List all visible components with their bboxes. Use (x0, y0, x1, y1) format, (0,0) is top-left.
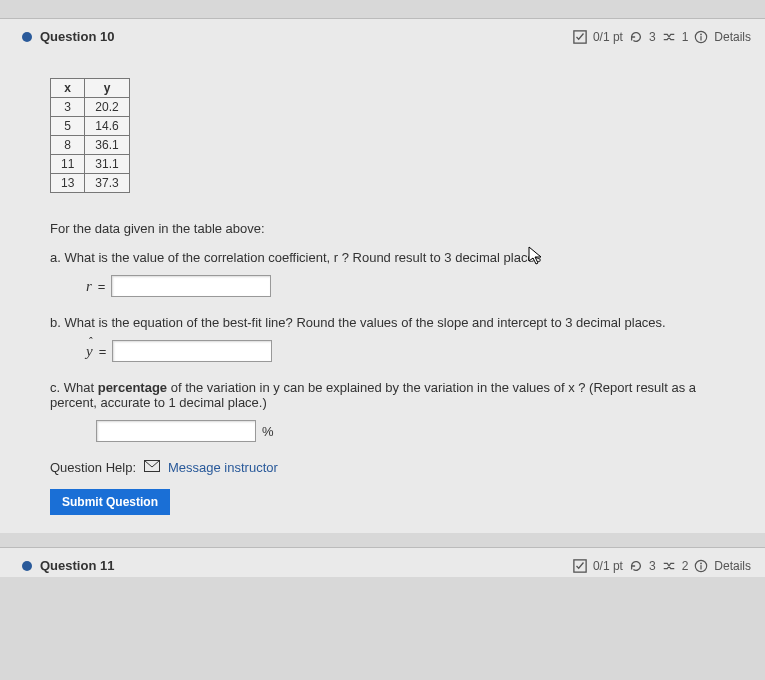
table-row: 1337.3 (51, 174, 130, 193)
question-title-group: Question 11 (22, 558, 114, 573)
svg-rect-3 (701, 36, 702, 40)
question-title: Question 10 (40, 29, 114, 44)
question-11-block: Question 11 0/1 pt 3 2 Details (0, 547, 765, 577)
submit-button[interactable]: Submit Question (50, 489, 170, 515)
part-a-text: a. What is the value of the correlation … (50, 250, 541, 265)
part-c-text: c. What percentage of the variation in y… (50, 380, 696, 410)
part-b: b. What is the equation of the best-fit … (50, 315, 725, 362)
shuffle-icon (662, 30, 676, 44)
part-c-answer-row: % (96, 420, 725, 442)
help-label: Question Help: (50, 460, 136, 475)
info-icon (694, 30, 708, 44)
checkbox-icon (573, 30, 587, 44)
percent-input[interactable] (96, 420, 256, 442)
retry-icon (629, 559, 643, 573)
retry-count: 3 (649, 30, 656, 44)
question-title-group: Question 10 (22, 29, 114, 44)
question-11-header: Question 11 0/1 pt 3 2 Details (0, 548, 765, 577)
yhat-input[interactable] (112, 340, 272, 362)
retry-count: 3 (649, 559, 656, 573)
question-meta: 0/1 pt 3 1 Details (573, 30, 751, 44)
mail-icon (144, 460, 160, 475)
question-10-header: Question 10 0/1 pt 3 1 Details (0, 19, 765, 48)
part-b-text: b. What is the equation of the best-fit … (50, 315, 666, 330)
intro-text: For the data given in the table above: (50, 221, 725, 236)
help-row: Question Help: Message instructor (50, 460, 725, 475)
part-a: a. What is the value of the correlation … (50, 250, 725, 297)
bullet-icon (22, 32, 32, 42)
svg-point-2 (700, 33, 702, 35)
message-instructor-link[interactable]: Message instructor (168, 460, 278, 475)
bullet-icon (22, 561, 32, 571)
table-row: 514.6 (51, 117, 130, 136)
equals-sign: = (99, 344, 107, 359)
equals-sign: = (98, 279, 106, 294)
checkbox-icon (573, 559, 587, 573)
part-a-answer-row: r = (86, 275, 725, 297)
r-label: r (86, 278, 92, 295)
table-header-row: x y (51, 79, 130, 98)
table-row: 320.2 (51, 98, 130, 117)
cursor-icon (528, 246, 544, 269)
retry-icon (629, 30, 643, 44)
svg-rect-8 (701, 565, 702, 569)
info-icon (694, 559, 708, 573)
points-text: 0/1 pt (593, 30, 623, 44)
col-y-header: y (85, 79, 129, 98)
details-link[interactable]: Details (714, 559, 751, 573)
table-row: 1131.1 (51, 155, 130, 174)
percent-sign: % (262, 424, 274, 439)
points-text: 0/1 pt (593, 559, 623, 573)
r-input[interactable] (111, 275, 271, 297)
details-link[interactable]: Details (714, 30, 751, 44)
part-b-answer-row: y = (86, 340, 725, 362)
table-row: 836.1 (51, 136, 130, 155)
shuffle-icon (662, 559, 676, 573)
attempts-count: 1 (682, 30, 689, 44)
attempts-count: 2 (682, 559, 689, 573)
col-x-header: x (51, 79, 85, 98)
question-meta: 0/1 pt 3 2 Details (573, 559, 751, 573)
svg-point-7 (700, 562, 702, 564)
question-10-body: x y 320.2 514.6 836.1 1131.1 1337.3 For … (0, 48, 765, 533)
data-table: x y 320.2 514.6 836.1 1131.1 1337.3 (50, 78, 130, 193)
part-c: c. What percentage of the variation in y… (50, 380, 725, 442)
y-hat-label: y (86, 343, 93, 360)
question-10-block: Question 10 0/1 pt 3 1 Details x y (0, 18, 765, 533)
question-title: Question 11 (40, 558, 114, 573)
